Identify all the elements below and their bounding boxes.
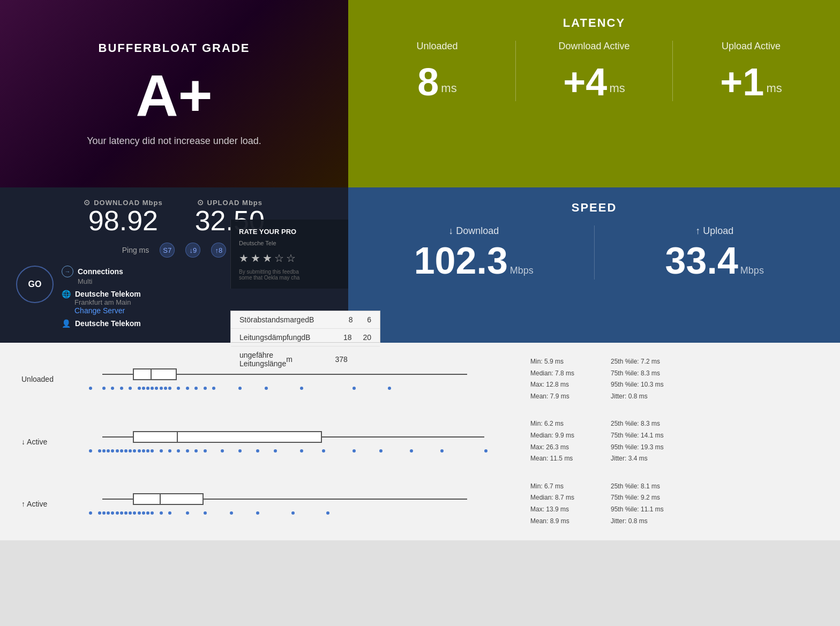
- dsl-row-3: ungefähre Leitungslänge m 378: [231, 346, 380, 372]
- dsl-label-1: Störabstandsmarge: [239, 315, 305, 324]
- feedback-source: Deutsche Tele: [239, 240, 340, 246]
- dot: [326, 511, 329, 515]
- boxplot-row-2: ↑ ActiveMin: 6.7 msMedian: 8.7 msMax: 13…: [21, 481, 819, 527]
- star-4[interactable]: ☆: [274, 252, 284, 265]
- dot: [138, 511, 141, 515]
- stats-right-1: 25th %ile: 8.3 ms75th %ile: 14.1 ms95th …: [611, 418, 680, 464]
- stat-item: Max: 12.8 ms: [530, 379, 600, 391]
- go-button[interactable]: GO: [16, 266, 54, 303]
- dsl-val2-1: 6: [353, 315, 371, 324]
- dot: [168, 511, 171, 515]
- ping-upload-badge: ↑ 8: [211, 243, 226, 258]
- speed-title: SPEED: [364, 201, 824, 215]
- boxplot-container-1: [80, 429, 520, 455]
- dot: [98, 449, 101, 452]
- boxplot-label-0: Unloaded: [21, 375, 70, 383]
- connections-row: → Connections: [62, 266, 141, 277]
- latency-unloaded-value: 8ms: [417, 63, 456, 101]
- dot: [89, 387, 92, 390]
- star-5[interactable]: ☆: [286, 252, 296, 265]
- dot: [168, 449, 171, 452]
- dsl-label-2: Leitungsdämpfung: [239, 333, 301, 342]
- connections-name: Connections: [78, 267, 123, 276]
- boxplots-section: UnloadedMin: 5.9 msMedian: 7.8 msMax: 12…: [0, 343, 840, 540]
- dot: [352, 449, 356, 452]
- dot: [120, 387, 123, 390]
- dot: [194, 387, 198, 390]
- feedback-note2: some that Oekla may cha: [239, 275, 340, 281]
- dot: [102, 511, 106, 515]
- latency-upload-label: Upload Active: [722, 41, 781, 52]
- dot: [221, 449, 224, 452]
- star-3[interactable]: ★: [262, 252, 272, 265]
- dot: [204, 387, 207, 390]
- dot: [146, 449, 149, 452]
- latency-title: LATENCY: [563, 16, 625, 30]
- dot: [107, 449, 110, 452]
- dsl-label-3: ungefähre Leitungslänge: [239, 351, 286, 368]
- dot: [133, 449, 136, 452]
- dot: [116, 449, 119, 452]
- latency-download-active: Download Active +4ms: [516, 41, 673, 101]
- star-2[interactable]: ★: [251, 252, 260, 265]
- boxplot-row-0: UnloadedMin: 5.9 msMedian: 7.8 msMax: 12…: [21, 356, 819, 402]
- stat-item: 95th %ile: 11.1 ms: [611, 504, 680, 516]
- stat-item: Max: 13.9 ms: [530, 504, 600, 516]
- dsl-val1-3: 378: [310, 355, 348, 364]
- dot: [410, 449, 413, 452]
- latency-upload-active: Upload Active +1ms: [673, 41, 829, 101]
- dot: [129, 387, 132, 390]
- dot: [102, 387, 106, 390]
- dsl-unit-2: dB: [301, 333, 320, 342]
- stat-item: 25th %ile: 7.2 ms: [611, 356, 680, 368]
- feedback-title: RATE YOUR PRO: [239, 228, 340, 236]
- latency-unloaded: Unloaded 8ms: [359, 41, 516, 101]
- stars-row[interactable]: ★ ★ ★ ☆ ☆: [239, 252, 340, 265]
- dot: [111, 449, 114, 452]
- boxplot-dots-0: [80, 384, 520, 392]
- isp-item: 🌐 Deutsche Telekom Frankfurt am Main Cha…: [62, 290, 141, 315]
- bufferbloat-title: BUFFERBLOAT GRADE: [99, 41, 250, 55]
- ping-download-badge: ↓ 9: [185, 243, 200, 258]
- dot: [379, 449, 382, 452]
- dot: [111, 511, 114, 515]
- dot: [160, 387, 163, 390]
- latency-unloaded-label: Unloaded: [416, 41, 458, 52]
- dot: [440, 449, 444, 452]
- dot: [300, 387, 303, 390]
- dot: [194, 449, 198, 452]
- isp-name: Deutsche Telekom: [75, 290, 141, 298]
- change-server-link[interactable]: Change Server: [62, 306, 141, 315]
- dot: [186, 511, 189, 515]
- dot: [230, 511, 233, 515]
- dot: [256, 511, 259, 515]
- stat-item: 95th %ile: 19.3 ms: [611, 442, 680, 454]
- isp-location: Frankfurt am Main: [62, 298, 141, 306]
- speed-download-col: ↓ Download 102.3Mbps: [364, 225, 595, 280]
- dsl-val1-1: 8: [324, 315, 353, 324]
- feedback-note: By submitting this feedba: [239, 269, 340, 275]
- download-value: 98.92: [88, 207, 158, 235]
- latency-panel: LATENCY Unloaded 8ms Download Active +4m…: [348, 0, 840, 187]
- dot: [265, 387, 268, 390]
- boxplot-dots-2: [80, 509, 520, 517]
- connections-icon: →: [62, 266, 73, 277]
- dot: [164, 387, 167, 390]
- stat-item: Jitter: 0.8 ms: [611, 391, 680, 403]
- provider2-item: 👤 Deutsche Telekom: [62, 319, 141, 328]
- boxplot-dots-1: [80, 447, 520, 455]
- feedback-overlay: RATE YOUR PRO Deutsche Tele ★ ★ ★ ☆ ☆ By…: [230, 220, 348, 289]
- dot: [89, 449, 92, 452]
- ping-combined-badge: S 7: [160, 243, 175, 258]
- dot: [116, 511, 119, 515]
- ping-icon: S: [163, 246, 168, 254]
- dsl-val1-2: 18: [321, 333, 352, 342]
- stat-item: Median: 8.7 ms: [530, 492, 600, 504]
- stat-item: 75th %ile: 9.2 ms: [611, 492, 680, 504]
- speed-download-unit: Mbps: [510, 265, 534, 276]
- speedtest-panel: ⊙ DOWNLOAD Mbps 98.92 ⊙ UPLOAD Mbps 32.5…: [0, 187, 348, 343]
- server-info: → Connections Multi 🌐 Deutsche Telekom F…: [62, 266, 141, 328]
- star-1[interactable]: ★: [239, 252, 249, 265]
- dot: [274, 449, 277, 452]
- dot: [138, 449, 141, 452]
